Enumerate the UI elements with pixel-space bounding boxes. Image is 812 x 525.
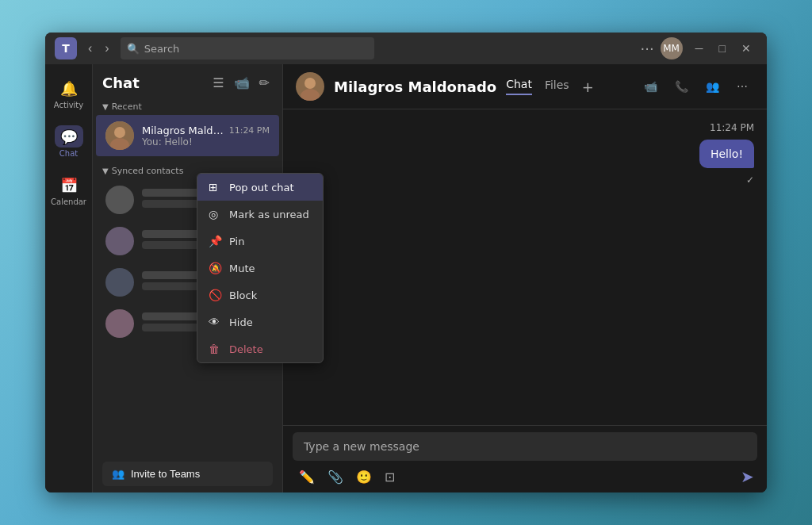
block-label: Block [229, 289, 257, 301]
mute-icon: 🔕 [209, 262, 221, 274]
chat-panel-header: Chat ☰ 📹 ✏️ [93, 64, 282, 98]
contact-name: Milagros Maldonado [334, 79, 496, 95]
milagros-avatar [105, 121, 134, 150]
title-bar-right: ··· MM ─ □ ✕ [640, 37, 757, 59]
close-button[interactable]: ✕ [735, 39, 757, 58]
chat-icon: 💬 [55, 125, 83, 148]
participants-button[interactable]: 👥 [699, 77, 726, 96]
synced-arrow-icon: ▼ [102, 167, 109, 175]
format-button[interactable]: ✏️ [296, 468, 318, 486]
svg-point-1 [114, 127, 125, 138]
more-options-button[interactable]: ··· [640, 40, 653, 57]
video-call-icon[interactable]: 📹 [231, 74, 253, 92]
contact-avatar-large [296, 72, 324, 101]
blurred-avatar-1 [105, 186, 134, 214]
milagros-chat-info: Milagros Maldonado 11:24 PM You: Hello! [142, 125, 270, 148]
chat-item-milagros[interactable]: Milagros Maldonado 11:24 PM You: Hello! [96, 115, 279, 156]
app-body: 🔔 Activity 💬 Chat 📅 Calendar Chat ☰ 📹 ✏️ [45, 64, 767, 492]
search-placeholder-text: Search [144, 43, 180, 55]
content-tabs: Chat Files + [506, 78, 594, 95]
main-content: Milagros Maldonado Chat Files + 📹 📞 👥 ⋯ … [283, 64, 767, 492]
new-chat-icon[interactable]: ✏️ [256, 74, 273, 92]
pop-out-label: Pop out chat [229, 182, 282, 194]
context-delete[interactable]: 🗑 Delete [197, 335, 282, 362]
chat-panel-icons: ☰ 📹 ✏️ [209, 74, 273, 92]
more-actions-button[interactable]: ⋯ [730, 77, 754, 96]
invite-icon: 👥 [112, 468, 124, 480]
nav-arrows[interactable]: ‹ › [83, 40, 114, 57]
pin-label: Pin [229, 236, 244, 247]
content-header: Milagros Maldonado Chat Files + 📹 📞 👥 ⋯ [283, 64, 767, 109]
search-icon: 🔍 [127, 43, 140, 55]
pin-icon: 📌 [209, 235, 221, 247]
mute-label: Mute [229, 262, 255, 274]
block-icon: 🚫 [209, 289, 221, 301]
tab-chat[interactable]: Chat [506, 78, 532, 95]
message-input-box[interactable]: Type a new message [293, 432, 757, 461]
hide-icon: 👁 [209, 316, 221, 328]
invite-to-teams-button[interactable]: 👥 Invite to Teams [102, 462, 273, 486]
context-pin[interactable]: 📌 Pin [197, 228, 282, 255]
milagros-name: Milagros Maldonado [142, 125, 229, 136]
sidebar-item-calendar[interactable]: 📅 Calendar [48, 167, 90, 213]
context-mute[interactable]: 🔕 Mute [197, 255, 282, 282]
forward-button[interactable]: › [100, 40, 113, 57]
window-controls: ─ □ ✕ [689, 39, 757, 58]
milagros-time: 11:24 PM [229, 125, 270, 136]
search-bar[interactable]: 🔍 Search [121, 37, 374, 59]
send-button[interactable]: ➤ [741, 467, 754, 486]
video-call-button[interactable]: 📹 [638, 77, 664, 96]
blurred-preview-4 [142, 324, 199, 331]
calendar-icon: 📅 [55, 174, 83, 196]
sidebar-item-activity[interactable]: 🔔 Activity [48, 71, 90, 116]
svg-point-4 [304, 78, 316, 89]
context-mark-unread[interactable]: ◎ Mark as unread [197, 201, 282, 228]
user-avatar[interactable]: MM [661, 37, 683, 59]
blurred-avatar-3 [105, 268, 134, 297]
message-read-receipt: ✓ [746, 174, 754, 186]
maximize-button[interactable]: □ [713, 39, 732, 58]
message-text: Hello! [710, 148, 743, 160]
synced-contacts-label: Synced contacts [112, 166, 184, 176]
message-time-label: 11:24 PM [710, 122, 754, 133]
recent-label-text: Recent [112, 102, 142, 112]
blurred-avatar-2 [105, 227, 134, 255]
blurred-avatar-4 [105, 309, 134, 338]
activity-label: Activity [54, 101, 83, 109]
minimize-button[interactable]: ─ [689, 39, 710, 58]
gif-button[interactable]: ⊡ [381, 468, 398, 486]
chat-nav-label: Chat [59, 149, 78, 158]
app-window: T ‹ › 🔍 Search ··· MM ─ □ ✕ 🔔 Activity [45, 33, 767, 492]
mark-unread-icon: ◎ [209, 208, 221, 220]
emoji-button[interactable]: 🙂 [353, 468, 375, 486]
teams-logo: T [55, 37, 77, 59]
messages-area: 11:24 PM Hello! ✓ [283, 109, 767, 425]
title-bar: T ‹ › 🔍 Search ··· MM ─ □ ✕ [45, 33, 767, 64]
chat-panel: Chat ☰ 📹 ✏️ ▼ Recent [93, 64, 283, 492]
context-hide[interactable]: 👁 Hide [197, 308, 282, 335]
recent-arrow-icon: ▼ [102, 102, 109, 111]
chat-name-row: Milagros Maldonado 11:24 PM [142, 125, 270, 136]
invite-label: Invite to Teams [131, 468, 200, 480]
attach-button[interactable]: 📎 [324, 468, 347, 486]
mark-unread-label: Mark as unread [229, 209, 282, 220]
tab-files[interactable]: Files [545, 79, 569, 94]
message-toolbar: ✏️ 📎 🙂 ⊡ ➤ [293, 467, 757, 486]
message-input-placeholder: Type a new message [304, 440, 419, 453]
sidebar-item-chat[interactable]: 💬 Chat [48, 119, 90, 164]
context-pop-out-chat[interactable]: ⊞ Pop out chat [197, 174, 282, 201]
recent-section-label[interactable]: ▼ Recent [93, 98, 282, 115]
activity-icon: 🔔 [55, 77, 83, 99]
chat-panel-title: Chat [102, 75, 140, 91]
delete-label: Delete [229, 343, 263, 355]
filter-icon[interactable]: ☰ [209, 74, 227, 92]
calendar-label: Calendar [51, 197, 86, 206]
milagros-preview: You: Hello! [142, 136, 270, 148]
context-block[interactable]: 🚫 Block [197, 282, 282, 308]
back-button[interactable]: ‹ [83, 40, 97, 57]
tab-add-button[interactable]: + [582, 79, 594, 95]
hide-label: Hide [229, 316, 253, 328]
audio-call-button[interactable]: 📞 [668, 77, 695, 96]
context-menu: ⊞ Pop out chat ◎ Mark as unread 📌 Pin 🔕 … [197, 173, 282, 363]
message-input-area: Type a new message ✏️ 📎 🙂 ⊡ ➤ [283, 425, 767, 492]
